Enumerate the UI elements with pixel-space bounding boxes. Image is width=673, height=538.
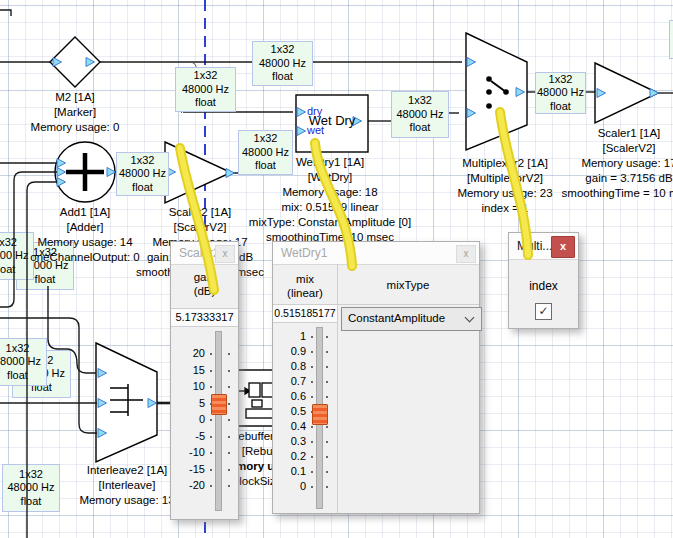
close-icon[interactable]: x [456,245,476,263]
tick-dot [210,452,212,454]
tick-dot [311,336,313,338]
column-divider [337,264,338,513]
scaler2-parameter-panel[interactable]: Scaler2 x gain(dB) 5.17333317 20151050-5… [170,241,239,520]
multiplexor2-parameter-panel[interactable]: Multi... x index ✓ [508,232,579,329]
tick-dot [228,403,230,405]
tick-dot [228,469,230,471]
tick-dot [311,471,313,473]
scaler2-panel-title: Scaler2 [179,246,220,260]
multi-panel-titlebar[interactable]: Multi... x [509,233,578,260]
tick-dot [228,419,230,421]
tick-dot [210,485,212,487]
tick-label: 0 [276,480,306,492]
tick-dot [228,436,230,438]
wire-interleave-in1[interactable] [48,286,96,373]
tick-dot [228,386,230,388]
tick-dot [228,353,230,355]
tick-dot [326,426,328,428]
mixtype-param-label: mixType [337,278,479,292]
wire-add1-in3[interactable] [27,182,57,538]
wetdry1-panel-titlebar[interactable]: WetDry1 x [273,242,479,265]
mixtype-selected-value: ConstantAmplitude [348,312,445,324]
multi-panel-title: Multi... [517,239,552,253]
tick-dot [311,381,313,383]
chevron-down-icon [465,313,475,323]
tick-dot [210,469,212,471]
tick-dot [228,452,230,454]
mix-value-field[interactable]: 0.515185177 [273,304,337,323]
wetdry1-panel-title: WetDry1 [281,246,327,260]
tick-dot [311,426,313,428]
tick-label: 20 [175,347,205,359]
tick-dot [326,471,328,473]
mix-slider-handle[interactable] [312,404,328,425]
patch-canvas[interactable]: Wet Dry dry wet Scaler2 x gain(dB) 5.173… [0,0,673,538]
tick-dot [326,486,328,488]
tick-label: 0.5 [276,405,306,417]
tick-label: 0.1 [276,465,306,477]
tick-dot [326,456,328,458]
tick-label: 0 [175,413,205,425]
close-icon[interactable]: x [215,245,235,263]
tick-dot [228,485,230,487]
tick-dot [311,441,313,443]
tick-dot [326,441,328,443]
gain-slider-track[interactable] [215,331,222,511]
tick-dot [311,456,313,458]
tick-label: -10 [175,446,205,458]
tick-dot [210,419,212,421]
tick-label: 0.4 [276,420,306,432]
gain-slider-handle[interactable] [211,394,227,415]
scaler2-panel-titlebar[interactable]: Scaler2 x [171,242,238,265]
tick-label: 1 [276,330,306,342]
tick-label: 5 [175,397,205,409]
mix-param-label: mix(linear) [273,272,337,300]
tick-label: -5 [175,430,205,442]
mixtype-dropdown[interactable]: ConstantAmplitude [341,307,482,331]
tick-dot [326,381,328,383]
tick-dot [326,396,328,398]
tick-label: -15 [175,463,205,475]
tick-label: -20 [175,479,205,491]
tick-label: 0.7 [276,375,306,387]
tick-dot [311,351,313,353]
gain-param-label: gain(dB) [171,270,238,298]
wetdry1-parameter-panel[interactable]: WetDry1 x mix(linear) 0.515185177 10.90.… [272,241,480,514]
tick-label: 10 [175,380,205,392]
tick-dot [210,436,212,438]
tick-label: 0.8 [276,360,306,372]
tick-dot [311,366,313,368]
tick-dot [326,336,328,338]
tick-dot [326,351,328,353]
header-divider [337,304,479,305]
tick-label: 0.6 [276,390,306,402]
index-checkbox[interactable]: ✓ [535,303,552,320]
gain-value-field[interactable]: 5.17333317 [171,308,238,327]
tick-dot [210,370,212,372]
tick-dot [228,370,230,372]
tick-dot [311,486,313,488]
tick-dot [210,386,212,388]
tick-dot [210,353,212,355]
index-param-label: index [509,279,578,293]
tick-label: 0.3 [276,435,306,447]
tick-dot [311,396,313,398]
tick-label: 0.2 [276,450,306,462]
tick-dot [326,366,328,368]
tick-label: 15 [175,364,205,376]
tick-label: 0.9 [276,345,306,357]
close-icon[interactable]: x [551,236,575,258]
